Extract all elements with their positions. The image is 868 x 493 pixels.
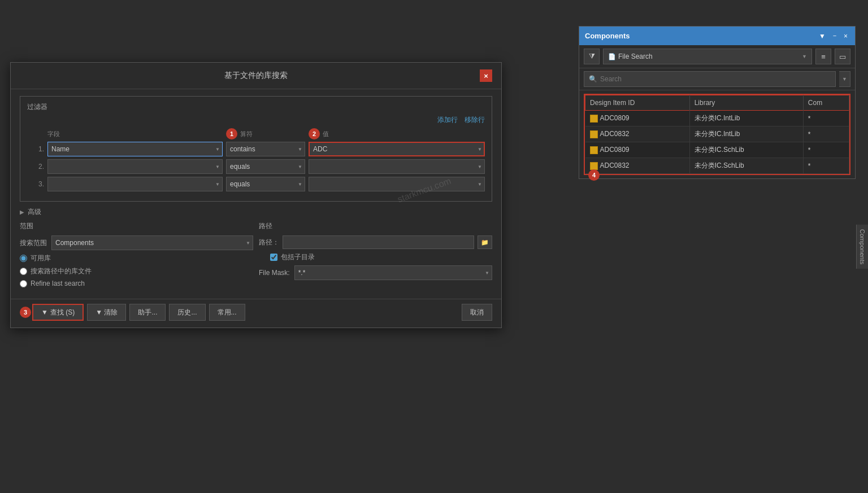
filter-section-title: 过滤器 [27, 102, 485, 112]
col-field-header: 字段 [47, 130, 223, 138]
radio-available-libs-label: 可用库 [31, 254, 51, 263]
cancel-button[interactable]: 取消 [462, 304, 492, 321]
advanced-title: 高级 [28, 207, 41, 217]
file-mask-wrapper: *.* [294, 265, 492, 280]
field-select-2[interactable] [47, 159, 223, 174]
operator-select-2[interactable]: equals contains [226, 159, 305, 174]
panel-title-buttons: ▼ － × [817, 31, 849, 41]
dialog-footer: 3 ▼ 查找 (S) ▼ 清除 助手... 历史... 常用... 取消 [11, 299, 501, 328]
search-dropdown-button[interactable]: ▼ [839, 71, 850, 87]
radio-refine-search[interactable]: Refine last search [20, 280, 253, 287]
component-icon [590, 162, 598, 170]
path-browse-button[interactable]: 📁 [478, 235, 492, 249]
search-icon: 🔍 [589, 75, 597, 83]
radio-path-libs-label: 搜索路径中的库文件 [31, 267, 92, 276]
scope-row: 搜索范围 Components [20, 235, 253, 250]
panel-title: Components [585, 32, 630, 40]
cell-library: 未分类IC.SchLib [689, 142, 803, 158]
funnel-icon: ▼ [41, 308, 48, 316]
cell-com: * [803, 158, 849, 174]
scope-label: 搜索范围 [20, 238, 47, 248]
cell-com: * [803, 142, 849, 158]
search-field: 🔍 [584, 71, 836, 87]
components-panel: Components ▼ － × ⧩ 📄 File Search ▼ ≡ ▭ 🔍… [579, 26, 856, 179]
search-input[interactable] [600, 75, 831, 83]
col-header-com: Com [803, 95, 849, 111]
scope-path-grid: 范围 搜索范围 Components 可用库 [20, 221, 492, 287]
cell-library: 未分类IC.IntLib [689, 111, 803, 126]
component-icon [590, 115, 598, 123]
source-icon: 📄 [608, 53, 616, 60]
table-row[interactable]: ADC0832 未分类IC.SchLib * [585, 158, 849, 174]
col-operator-header: 算符 [240, 130, 253, 138]
cell-library: 未分类IC.SchLib [689, 158, 803, 174]
path-section: 路径 路径： uments\Altium\AD23\Library\ 📁 包括子… [259, 221, 492, 287]
filter-row-1: 1. Name contains equals [27, 142, 485, 156]
field-select-1[interactable]: Name [47, 142, 223, 156]
cell-com: * [803, 111, 849, 126]
dialog-close-button[interactable]: × [480, 69, 492, 82]
add-row-button[interactable]: 添加行 [437, 115, 458, 125]
clear-button-label: 清除 [104, 308, 118, 316]
panel-menu-button[interactable]: ≡ [815, 49, 831, 64]
table-row[interactable]: ADC0809 未分类IC.IntLib * [585, 111, 849, 126]
filter-actions: 添加行 移除行 [27, 115, 485, 125]
search-button[interactable]: ▼ 查找 (S) [32, 304, 84, 321]
row-num-2: 2. [27, 163, 44, 171]
scope-title: 范围 [20, 221, 253, 231]
field-select-3[interactable] [47, 177, 223, 191]
scope-section: 范围 搜索范围 Components 可用库 [20, 221, 253, 287]
include-subdir-label: 包括子目录 [281, 252, 315, 262]
operator-select-wrapper-2: equals contains [226, 159, 305, 174]
include-subdir-checkbox[interactable] [270, 254, 277, 261]
value-input-1[interactable] [309, 142, 485, 156]
table-row[interactable]: ADC0809 未分类IC.SchLib * [585, 142, 849, 158]
col-value-header: 值 [323, 130, 329, 138]
radio-available-libs-input[interactable] [20, 255, 27, 262]
panel-filter-button[interactable]: ⧩ [584, 49, 600, 64]
radio-available-libs[interactable]: 可用库 [20, 254, 253, 263]
file-mask-select[interactable]: *.* [294, 265, 492, 280]
operator-select-3[interactable]: equals contains [226, 177, 305, 191]
cell-design-item-id: ADC0809 [585, 142, 690, 158]
file-mask-row: File Mask: *.* [259, 265, 492, 280]
badge-3: 3 [20, 307, 31, 318]
table-row[interactable]: ADC0832 未分类IC.IntLib * [585, 126, 849, 142]
cell-design-item-id: ADC0809 [585, 111, 690, 126]
remove-row-button[interactable]: 移除行 [465, 115, 485, 125]
radio-path-libs[interactable]: 搜索路径中的库文件 [20, 267, 253, 276]
cell-design-item-id: ADC0832 [585, 158, 690, 174]
value-select-2[interactable] [309, 159, 485, 174]
radio-refine-label: Refine last search [31, 280, 85, 287]
operator-select-1[interactable]: contains equals [226, 142, 305, 156]
common-button[interactable]: 常用... [209, 304, 245, 321]
field-select-wrapper-2 [47, 159, 223, 174]
field-select-wrapper-3 [47, 177, 223, 191]
helper-button[interactable]: 助手... [129, 304, 166, 321]
side-tab[interactable]: Components [856, 224, 868, 268]
clear-icon: ▼ [96, 308, 102, 316]
path-input[interactable]: uments\Altium\AD23\Library\ [283, 235, 474, 249]
panel-titlebar: Components ▼ － × [579, 27, 855, 45]
panel-toolbar: ⧩ 📄 File Search ▼ ≡ ▭ [579, 45, 855, 68]
panel-close-button[interactable]: × [842, 32, 849, 40]
panel-view-button[interactable]: ▭ [835, 49, 850, 64]
advanced-arrow-icon: ▶ [20, 209, 24, 215]
component-icon [590, 146, 598, 154]
radio-refine-input[interactable] [20, 280, 27, 287]
file-mask-label: File Mask: [259, 269, 290, 277]
scope-select[interactable]: Components [51, 235, 253, 250]
panel-minimize-button[interactable]: － [830, 31, 840, 41]
history-button[interactable]: 历史... [169, 304, 205, 321]
clear-button[interactable]: ▼ 清除 [87, 304, 126, 321]
badge-4: 4 [588, 169, 600, 181]
filter-row-2: 2. equals contains [27, 159, 485, 174]
advanced-toggle[interactable]: ▶ 高级 [20, 207, 492, 217]
table-container: Design Item ID Library Com ADC0809 未分类IC… [579, 94, 855, 175]
value-select-3[interactable] [309, 177, 485, 191]
panel-dropdown-button[interactable]: ▼ [817, 32, 827, 40]
advanced-section: ▶ 高级 范围 搜索范围 Components [20, 207, 492, 287]
search-button-label: 查找 (S) [50, 308, 75, 317]
source-dropdown[interactable]: 📄 File Search ▼ [603, 49, 812, 64]
radio-path-libs-input[interactable] [20, 268, 27, 275]
